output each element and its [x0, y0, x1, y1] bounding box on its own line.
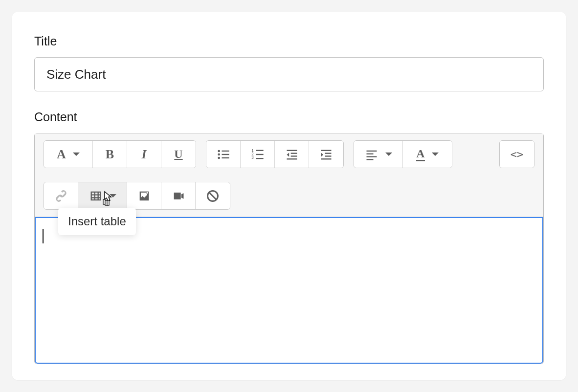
svg-rect-11	[256, 158, 263, 159]
svg-marker-21	[321, 152, 324, 156]
chevron-down-icon	[73, 152, 80, 156]
chevron-down-icon	[385, 152, 392, 156]
svg-rect-19	[325, 155, 332, 156]
numbered-list-icon: 123	[251, 148, 265, 161]
text-color-dropdown[interactable]: A	[403, 141, 452, 168]
font-style-icon: A	[57, 147, 66, 162]
bold-button[interactable]: B	[93, 141, 127, 168]
text-cursor	[43, 229, 44, 243]
svg-rect-9	[256, 153, 263, 154]
text-style-group: A B I U	[44, 140, 196, 168]
link-icon	[54, 189, 68, 203]
svg-rect-15	[287, 158, 297, 159]
svg-marker-16	[287, 152, 289, 156]
svg-rect-24	[366, 156, 377, 157]
outdent-icon	[285, 148, 299, 161]
indent-icon	[319, 148, 333, 161]
code-icon: <>	[511, 148, 524, 160]
svg-rect-5	[222, 157, 229, 158]
italic-icon: I	[141, 147, 146, 162]
insert-video-button[interactable]	[161, 182, 196, 209]
align-left-icon	[365, 148, 378, 161]
italic-button[interactable]: I	[127, 141, 161, 168]
svg-point-4	[218, 156, 220, 159]
svg-point-2	[218, 153, 220, 155]
svg-point-0	[218, 150, 220, 152]
svg-rect-23	[366, 153, 373, 154]
editor-card: Title Content A B I U	[12, 12, 566, 380]
svg-rect-1	[222, 150, 229, 151]
svg-rect-17	[321, 150, 332, 151]
image-icon	[137, 189, 151, 203]
bold-icon: B	[106, 147, 114, 162]
list-indent-group: 123	[206, 140, 344, 168]
video-icon	[172, 189, 185, 203]
code-view-button[interactable]: <>	[500, 141, 534, 168]
svg-rect-22	[366, 150, 377, 151]
svg-rect-25	[366, 159, 373, 160]
bullet-list-button[interactable]	[206, 141, 241, 168]
insert-group	[44, 182, 230, 210]
chevron-down-icon	[432, 152, 439, 156]
table-icon	[89, 189, 103, 203]
outdent-button[interactable]	[275, 141, 309, 168]
svg-text:3: 3	[251, 155, 254, 160]
numbered-list-button[interactable]: 123	[241, 141, 275, 168]
underline-button[interactable]: U	[161, 141, 196, 168]
insert-table-tooltip: Insert table	[58, 208, 136, 235]
insert-image-button[interactable]	[127, 182, 161, 209]
svg-line-27	[209, 193, 216, 199]
svg-rect-18	[325, 152, 332, 153]
svg-rect-20	[321, 158, 332, 159]
title-label: Title	[34, 34, 544, 48]
svg-rect-13	[290, 152, 297, 153]
paragraph-style-dropdown[interactable]: A	[44, 141, 93, 168]
content-editor[interactable]	[35, 217, 543, 364]
insert-table-dropdown[interactable]	[78, 182, 127, 209]
svg-rect-14	[290, 155, 297, 156]
chevron-down-icon	[110, 194, 116, 197]
clear-format-icon	[206, 189, 220, 203]
align-dropdown[interactable]	[354, 141, 403, 168]
clear-formatting-button[interactable]	[196, 182, 230, 209]
svg-rect-3	[222, 153, 229, 154]
svg-rect-12	[287, 150, 297, 151]
rich-text-editor: A B I U 123	[34, 133, 544, 364]
insert-link-button[interactable]	[44, 182, 78, 209]
title-input[interactable]	[34, 57, 544, 91]
text-color-icon: A	[416, 148, 424, 161]
bullet-list-icon	[217, 148, 230, 161]
indent-button[interactable]	[309, 141, 343, 168]
svg-rect-7	[256, 150, 263, 151]
editor-toolbar: A B I U 123	[35, 133, 543, 217]
content-label: Content	[34, 110, 544, 124]
code-view-group: <>	[499, 140, 534, 168]
align-color-group: A	[354, 140, 452, 168]
underline-icon: U	[174, 148, 182, 161]
